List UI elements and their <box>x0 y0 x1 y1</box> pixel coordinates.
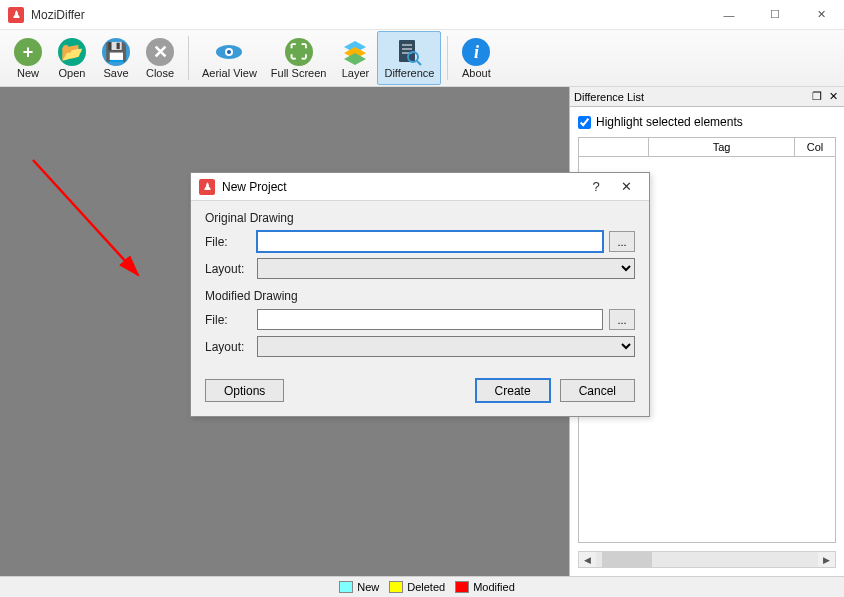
dialog-buttons: Options Create Cancel <box>191 379 649 416</box>
save-icon: 💾 <box>101 37 131 67</box>
main-toolbar: + New 📂 Open 💾 Save ✕ Close Aerial View … <box>0 30 844 87</box>
options-button[interactable]: Options <box>205 379 284 402</box>
create-button[interactable]: Create <box>476 379 550 402</box>
swatch-deleted-icon <box>389 581 403 593</box>
layout-label: Layout: <box>205 262 257 276</box>
legend-new: New <box>357 581 379 593</box>
highlight-label: Highlight selected elements <box>596 115 743 129</box>
svg-point-2 <box>227 50 231 54</box>
original-layout-select[interactable] <box>257 258 635 279</box>
open-button[interactable]: 📂 Open <box>50 31 94 85</box>
layers-icon <box>340 37 370 67</box>
aerial-view-button[interactable]: Aerial View <box>195 31 264 85</box>
file-label-2: File: <box>205 313 257 327</box>
panel-close-icon[interactable]: ✕ <box>826 90 840 104</box>
svg-line-11 <box>417 61 421 65</box>
status-bar: New Deleted Modified <box>0 576 844 597</box>
aerial-label: Aerial View <box>202 67 257 79</box>
close-icon: ✕ <box>145 37 175 67</box>
dialog-body: Original Drawing File: ... Layout: Modif… <box>191 201 649 379</box>
fullscreen-icon: ⛶ <box>284 37 314 67</box>
new-button[interactable]: + New <box>6 31 50 85</box>
close-button[interactable]: ✕ Close <box>138 31 182 85</box>
layer-button[interactable]: Layer <box>333 31 377 85</box>
modified-drawing-group: Modified Drawing File: ... Layout: <box>205 289 635 357</box>
modified-file-browse-button[interactable]: ... <box>609 309 635 330</box>
plus-icon: + <box>13 37 43 67</box>
difference-label: Difference <box>384 67 434 79</box>
close-window-button[interactable]: ✕ <box>798 0 844 29</box>
status-legend: New Deleted Modified <box>6 581 838 593</box>
dialog-titlebar: New Project ? ✕ <box>191 173 649 201</box>
legend-deleted: Deleted <box>407 581 445 593</box>
save-button[interactable]: 💾 Save <box>94 31 138 85</box>
fullscreen-label: Full Screen <box>271 67 327 79</box>
panel-body: Highlight selected elements <box>570 107 844 137</box>
svg-rect-6 <box>399 40 415 62</box>
about-button[interactable]: i About <box>454 31 498 85</box>
maximize-button[interactable]: ☐ <box>752 0 798 29</box>
scroll-left-icon[interactable]: ◀ <box>579 552 596 567</box>
highlight-checkbox[interactable] <box>578 116 591 129</box>
toolbar-separator <box>188 36 189 80</box>
modified-file-input[interactable] <box>257 309 603 330</box>
modified-file-row: File: ... <box>205 309 635 330</box>
app-icon <box>8 7 24 23</box>
scroll-track[interactable] <box>596 552 818 567</box>
legend-modified: Modified <box>473 581 515 593</box>
layer-label: Layer <box>342 67 370 79</box>
modified-layout-row: Layout: <box>205 336 635 357</box>
open-label: Open <box>59 67 86 79</box>
highlight-checkbox-row[interactable]: Highlight selected elements <box>578 115 836 129</box>
swatch-modified-icon <box>455 581 469 593</box>
modified-layout-select[interactable] <box>257 336 635 357</box>
cancel-button[interactable]: Cancel <box>560 379 635 402</box>
horizontal-scrollbar[interactable]: ◀ ▶ <box>578 551 836 568</box>
col-tag[interactable]: Tag <box>649 138 795 156</box>
scroll-thumb[interactable] <box>602 552 652 567</box>
panel-title: Difference List <box>574 91 644 103</box>
window-titlebar: MoziDiffer — ☐ ✕ <box>0 0 844 30</box>
svg-marker-5 <box>344 53 366 65</box>
layout-label-2: Layout: <box>205 340 257 354</box>
panel-dock-icon[interactable]: ❐ <box>810 90 824 104</box>
annotation-arrow-icon <box>28 155 168 305</box>
new-label: New <box>17 67 39 79</box>
save-label: Save <box>103 67 128 79</box>
document-search-icon <box>394 37 424 67</box>
info-icon: i <box>461 37 491 67</box>
dialog-help-button[interactable]: ? <box>581 179 611 194</box>
dialog-close-button[interactable]: ✕ <box>611 179 641 194</box>
original-file-row: File: ... <box>205 231 635 252</box>
dialog-title: New Project <box>222 180 287 194</box>
scroll-right-icon[interactable]: ▶ <box>818 552 835 567</box>
folder-open-icon: 📂 <box>57 37 87 67</box>
new-project-dialog: New Project ? ✕ Original Drawing File: .… <box>190 172 650 417</box>
svg-line-12 <box>33 160 138 275</box>
toolbar-separator-2 <box>447 36 448 80</box>
col-blank[interactable] <box>579 138 649 156</box>
original-file-browse-button[interactable]: ... <box>609 231 635 252</box>
about-label: About <box>462 67 491 79</box>
window-controls: — ☐ ✕ <box>706 0 844 29</box>
fullscreen-button[interactable]: ⛶ Full Screen <box>264 31 334 85</box>
file-label: File: <box>205 235 257 249</box>
eye-icon <box>214 37 244 67</box>
close-label: Close <box>146 67 174 79</box>
modified-drawing-label: Modified Drawing <box>205 289 635 303</box>
col-col[interactable]: Col <box>795 138 835 156</box>
panel-header: Difference List ❐ ✕ <box>570 87 844 107</box>
minimize-button[interactable]: — <box>706 0 752 29</box>
swatch-new-icon <box>339 581 353 593</box>
original-layout-row: Layout: <box>205 258 635 279</box>
table-header: Tag Col <box>578 137 836 157</box>
original-drawing-label: Original Drawing <box>205 211 635 225</box>
original-drawing-group: Original Drawing File: ... Layout: <box>205 211 635 279</box>
dialog-icon <box>199 179 215 195</box>
app-title: MoziDiffer <box>31 8 706 22</box>
original-file-input[interactable] <box>257 231 603 252</box>
difference-button[interactable]: Difference <box>377 31 441 85</box>
